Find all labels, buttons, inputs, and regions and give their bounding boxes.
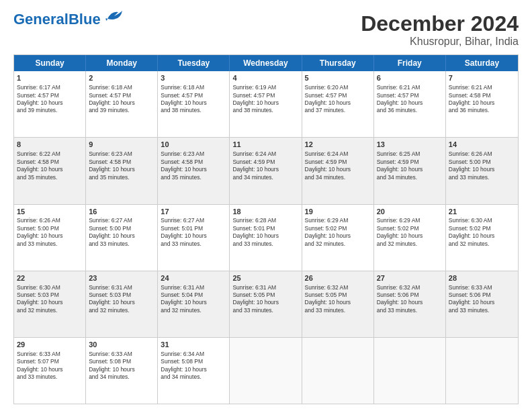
day-info: Sunset: 5:05 PM: [232, 291, 298, 299]
day-info: and 36 minutes.: [449, 107, 515, 114]
calendar-week: 22Sunrise: 6:30 AMSunset: 5:03 PMDayligh…: [14, 271, 518, 338]
day-info: and 33 minutes.: [449, 174, 515, 181]
day-info: Daylight: 10 hours: [232, 99, 298, 107]
day-number: 18: [232, 207, 298, 217]
calendar-day-cell: 30Sunrise: 6:33 AMSunset: 5:08 PMDayligh…: [86, 338, 158, 404]
calendar-day-cell: 13Sunrise: 6:25 AMSunset: 4:59 PMDayligh…: [374, 138, 446, 203]
day-info: Sunset: 5:01 PM: [161, 225, 226, 232]
day-info: Sunset: 5:06 PM: [377, 291, 443, 299]
calendar-day-cell: 22Sunrise: 6:30 AMSunset: 5:03 PMDayligh…: [14, 271, 86, 337]
day-info: and 33 minutes.: [17, 240, 83, 248]
day-info: Daylight: 10 hours: [232, 166, 298, 173]
logo-blue: Blue: [69, 11, 101, 28]
day-info: Sunrise: 6:26 AM: [17, 217, 83, 224]
logo-text: GeneralBlue: [13, 12, 101, 27]
calendar-empty-cell: [302, 338, 374, 404]
day-number: 23: [89, 273, 154, 283]
day-number: 22: [17, 273, 83, 283]
day-info: Daylight: 10 hours: [305, 299, 371, 306]
cal-header-day: Thursday: [302, 55, 374, 71]
calendar-week: 1Sunrise: 6:17 AMSunset: 4:57 PMDaylight…: [14, 71, 518, 138]
day-info: and 35 minutes.: [17, 174, 83, 181]
day-number: 14: [449, 140, 515, 150]
day-info: and 38 minutes.: [161, 107, 226, 114]
day-info: Sunrise: 6:23 AM: [89, 150, 154, 158]
subtitle: Khusropur, Bihar, India: [361, 36, 519, 48]
calendar-day-cell: 26Sunrise: 6:32 AMSunset: 5:05 PMDayligh…: [302, 271, 374, 337]
cal-header-day: Monday: [86, 55, 158, 71]
day-info: Sunset: 4:59 PM: [305, 158, 371, 166]
calendar-day-cell: 6Sunrise: 6:21 AMSunset: 4:57 PMDaylight…: [374, 71, 446, 137]
day-info: Sunset: 5:03 PM: [17, 291, 83, 299]
day-info: Sunset: 5:00 PM: [89, 225, 154, 232]
day-info: Sunset: 5:06 PM: [449, 291, 515, 299]
day-info: and 33 minutes.: [89, 240, 154, 248]
day-number: 2: [89, 73, 154, 83]
day-info: Daylight: 10 hours: [305, 232, 371, 240]
day-info: Sunset: 4:58 PM: [449, 92, 515, 99]
day-number: 15: [17, 207, 83, 217]
day-info: Sunrise: 6:27 AM: [89, 217, 154, 224]
calendar-day-cell: 16Sunrise: 6:27 AMSunset: 5:00 PMDayligh…: [86, 205, 158, 271]
day-info: Sunset: 4:57 PM: [161, 92, 226, 99]
calendar-day-cell: 15Sunrise: 6:26 AMSunset: 5:00 PMDayligh…: [14, 205, 86, 271]
day-info: Daylight: 10 hours: [161, 232, 226, 240]
cal-header-day: Saturday: [446, 55, 518, 71]
day-info: Sunrise: 6:29 AM: [377, 217, 443, 224]
day-info: Sunset: 4:57 PM: [377, 92, 443, 99]
calendar-day-cell: 11Sunrise: 6:24 AMSunset: 4:59 PMDayligh…: [230, 138, 302, 203]
day-info: Sunset: 5:08 PM: [89, 358, 154, 365]
day-info: Sunrise: 6:28 AM: [232, 217, 298, 224]
day-number: 28: [449, 273, 515, 283]
day-info: and 32 minutes.: [449, 240, 515, 248]
day-info: and 33 minutes.: [232, 240, 298, 248]
day-number: 6: [377, 73, 443, 83]
day-info: and 38 minutes.: [232, 107, 298, 114]
calendar-day-cell: 31Sunrise: 6:34 AMSunset: 5:08 PMDayligh…: [158, 338, 230, 404]
day-info: Daylight: 10 hours: [161, 166, 226, 173]
day-info: Sunrise: 6:17 AM: [17, 84, 83, 91]
calendar-empty-cell: [374, 338, 446, 404]
calendar-day-cell: 19Sunrise: 6:29 AMSunset: 5:02 PMDayligh…: [302, 205, 374, 271]
day-number: 25: [232, 273, 298, 283]
day-info: Sunrise: 6:23 AM: [161, 150, 226, 158]
day-info: Sunrise: 6:24 AM: [232, 150, 298, 158]
day-info: Daylight: 10 hours: [17, 366, 83, 373]
day-info: Sunrise: 6:32 AM: [305, 284, 371, 291]
title-block: December 2024 Khusropur, Bihar, India: [361, 12, 519, 48]
day-info: Daylight: 10 hours: [89, 99, 154, 107]
day-info: Sunrise: 6:26 AM: [449, 150, 515, 158]
day-info: Daylight: 10 hours: [161, 366, 226, 373]
calendar-day-cell: 21Sunrise: 6:30 AMSunset: 5:02 PMDayligh…: [446, 205, 518, 271]
calendar-day-cell: 2Sunrise: 6:18 AMSunset: 4:57 PMDaylight…: [86, 71, 158, 137]
day-info: Sunset: 5:01 PM: [232, 225, 298, 232]
logo-bird-icon: [102, 9, 124, 24]
logo-general: General: [13, 11, 69, 28]
day-info: Sunrise: 6:31 AM: [161, 284, 226, 291]
day-info: and 32 minutes.: [17, 307, 83, 314]
day-info: Daylight: 10 hours: [89, 299, 154, 306]
calendar-empty-cell: [446, 338, 518, 404]
day-info: and 36 minutes.: [377, 107, 443, 114]
calendar-day-cell: 29Sunrise: 6:33 AMSunset: 5:07 PMDayligh…: [14, 338, 86, 404]
day-info: Daylight: 10 hours: [17, 99, 83, 107]
day-info: and 34 minutes.: [232, 174, 298, 181]
day-info: and 33 minutes.: [377, 307, 443, 314]
day-info: Daylight: 10 hours: [89, 232, 154, 240]
day-number: 1: [17, 73, 83, 83]
day-info: Sunrise: 6:20 AM: [305, 84, 371, 91]
day-info: and 34 minutes.: [377, 174, 443, 181]
day-info: Sunrise: 6:33 AM: [449, 284, 515, 291]
cal-header-day: Tuesday: [158, 55, 230, 71]
cal-header-day: Wednesday: [230, 55, 302, 71]
header: GeneralBlue December 2024 Khusropur, Bih…: [13, 12, 519, 48]
day-info: Daylight: 10 hours: [17, 299, 83, 306]
day-number: 13: [377, 140, 443, 150]
day-number: 20: [377, 207, 443, 217]
day-info: Sunset: 5:04 PM: [161, 291, 226, 299]
day-info: and 35 minutes.: [89, 174, 154, 181]
day-info: Daylight: 10 hours: [449, 99, 515, 107]
calendar-day-cell: 9Sunrise: 6:23 AMSunset: 4:58 PMDaylight…: [86, 138, 158, 203]
day-info: Daylight: 10 hours: [449, 299, 515, 306]
day-info: Sunrise: 6:32 AM: [377, 284, 443, 291]
